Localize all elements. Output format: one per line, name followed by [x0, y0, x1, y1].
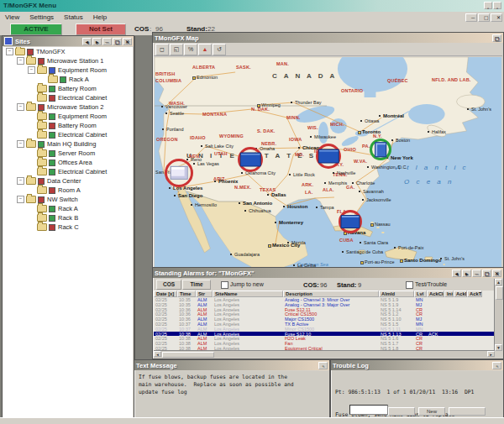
- tree-item[interactable]: Battery Room: [3, 121, 133, 130]
- active-button[interactable]: ACTIVE: [10, 24, 62, 35]
- status-square-icon: [49, 224, 55, 231]
- select-tool-icon[interactable]: ◻: [155, 44, 169, 55]
- alarms-prev-icon[interactable]: ◂: [452, 270, 461, 277]
- tree-item-label: Rack B: [58, 214, 78, 222]
- column-header[interactable]: Lvl: [414, 291, 427, 297]
- tree-item[interactable]: Battery Room: [3, 84, 133, 93]
- map-view[interactable]: C A N A D AU N I T E D S T A T E SA t l …: [155, 57, 501, 267]
- next-icon[interactable]: ▸: [92, 38, 102, 45]
- city-dot: [367, 166, 369, 168]
- alarms-maximize-icon[interactable]: ▢: [482, 270, 491, 277]
- column-header[interactable]: Init: [444, 291, 454, 297]
- column-header[interactable]: Str: [196, 291, 213, 297]
- cos-sort-button[interactable]: COS: [156, 280, 181, 290]
- city-dot: [333, 172, 334, 174]
- site-marker-denver[interactable]: [238, 147, 263, 172]
- alarms-next-icon[interactable]: ▸: [462, 270, 471, 277]
- site-marker-havana[interactable]: [339, 210, 362, 233]
- tree-item[interactable]: Rack A: [3, 75, 133, 84]
- maximize-panel-icon[interactable]: ▢: [113, 38, 122, 45]
- expand-collapse-icon[interactable]: −: [6, 48, 13, 55]
- alarms-vscrollbar[interactable]: ▲ ▼: [494, 279, 502, 351]
- tree-item[interactable]: Room A: [3, 186, 133, 195]
- maximize-icon[interactable]: ▫: [493, 2, 501, 9]
- city-dot: [310, 136, 312, 138]
- alarms-hscrollbar[interactable]: ◂ ▸: [154, 350, 495, 358]
- tree-item[interactable]: −Microwave Station 1: [3, 56, 133, 65]
- trouble-log-disabled-button-1[interactable]: [388, 407, 415, 416]
- close-icon[interactable]: ✕: [491, 13, 502, 22]
- maximize-window-icon[interactable]: ▢: [478, 13, 490, 22]
- site-marker-chicago[interactable]: [316, 144, 341, 169]
- tree-item[interactable]: −NW Switch: [3, 195, 133, 204]
- column-header[interactable]: Date [x]: [154, 291, 177, 297]
- site-marker-new-york[interactable]: [370, 139, 391, 160]
- tree-item[interactable]: Electrical Cabinet: [3, 130, 133, 139]
- pan-tool-icon[interactable]: ↺: [213, 44, 226, 55]
- column-header[interactable]: SiteName: [213, 291, 283, 297]
- alarms-close-icon[interactable]: ✕: [492, 270, 501, 277]
- trouble-log-disabled-button-2[interactable]: [449, 407, 486, 416]
- tree-item-label: Electrical Cabinet: [58, 168, 107, 175]
- tree-item[interactable]: Rack B: [3, 213, 133, 222]
- tree-item[interactable]: −Equipment Room: [3, 65, 133, 75]
- trouble-log-restore-icon[interactable]: ▫: [492, 362, 501, 369]
- time-sort-button[interactable]: Time: [182, 280, 211, 290]
- tree-item[interactable]: Rack A: [3, 204, 133, 213]
- expand-collapse-icon[interactable]: −: [17, 196, 24, 203]
- capital-city-dot: [257, 104, 260, 107]
- minimize-icon[interactable]: ─: [465, 13, 477, 22]
- trouble-log-new-button[interactable]: New: [418, 407, 445, 416]
- menu-view[interactable]: View: [0, 13, 24, 21]
- tree-item[interactable]: Electrical Cabinet: [3, 93, 133, 102]
- expand-collapse-icon[interactable]: −: [17, 57, 24, 65]
- tree-item[interactable]: −Main HQ Building: [3, 139, 133, 149]
- zoom-tool-icon[interactable]: ◱: [170, 44, 183, 55]
- expand-collapse-icon[interactable]: −: [17, 103, 24, 111]
- folder-icon: [37, 94, 47, 102]
- tree-item[interactable]: Offices Area: [3, 158, 133, 167]
- sites-tree: −TMonGFX−Microwave Station 1−Equipment R…: [3, 47, 133, 418]
- close-panel-icon[interactable]: ✕: [123, 38, 132, 45]
- text-message-restore-icon[interactable]: ▫: [318, 362, 328, 369]
- alarm-filter-icon[interactable]: ▲: [198, 44, 212, 55]
- menu-status[interactable]: Status: [59, 13, 88, 21]
- tree-item[interactable]: Electrical Cabinet: [3, 167, 133, 176]
- site-marker-san-francisco[interactable]: [165, 159, 193, 187]
- column-header[interactable]: AlmId: [379, 291, 414, 297]
- column-header[interactable]: AckDt: [454, 291, 467, 297]
- status-square-icon: [38, 141, 45, 148]
- expand-collapse-icon[interactable]: −: [17, 140, 24, 148]
- alarms-minimize-icon[interactable]: ─: [472, 270, 481, 277]
- tree-item[interactable]: −TMonGFX: [3, 47, 133, 56]
- expand-collapse-icon[interactable]: −: [17, 177, 24, 185]
- column-header[interactable]: AckTm: [467, 291, 482, 297]
- alarms-table[interactable]: Date [x]TimeStrSiteNameDescriptionAlmIdL…: [154, 291, 495, 351]
- test-trouble-label: Test/Trouble: [415, 281, 447, 287]
- cos-label: COS: [134, 25, 149, 33]
- tree-item[interactable]: −Microwave Station 2: [3, 102, 133, 112]
- prev-icon[interactable]: ◂: [82, 38, 92, 45]
- tree-item[interactable]: Server Room: [3, 149, 133, 158]
- menu-help[interactable]: Help: [88, 13, 112, 21]
- menu-settings[interactable]: Settings: [24, 13, 59, 21]
- tree-item[interactable]: Rack C: [3, 222, 133, 232]
- trouble-log-input[interactable]: [349, 405, 388, 415]
- restore-icon[interactable]: ▫: [484, 2, 492, 9]
- scale-tool-icon[interactable]: %: [184, 44, 197, 55]
- sites-title: Sites: [15, 38, 30, 45]
- column-header[interactable]: AckClr: [427, 291, 444, 297]
- city-dot: [293, 264, 295, 266]
- minimize-panel-icon[interactable]: ─: [102, 38, 112, 45]
- map-restore-icon[interactable]: ▢: [492, 34, 501, 42]
- jump-to-new-checkbox[interactable]: [221, 281, 228, 289]
- test-trouble-checkbox[interactable]: [406, 281, 413, 289]
- column-header[interactable]: Time: [177, 291, 196, 297]
- notset-button[interactable]: Not Set: [76, 24, 126, 35]
- column-header[interactable]: Description: [283, 291, 379, 297]
- expand-collapse-icon[interactable]: −: [28, 66, 35, 74]
- tree-item[interactable]: Equipment Room: [3, 112, 133, 121]
- tree-item[interactable]: −Data Center: [3, 176, 133, 186]
- city-dot: [162, 128, 164, 130]
- city-dot: [359, 191, 360, 192]
